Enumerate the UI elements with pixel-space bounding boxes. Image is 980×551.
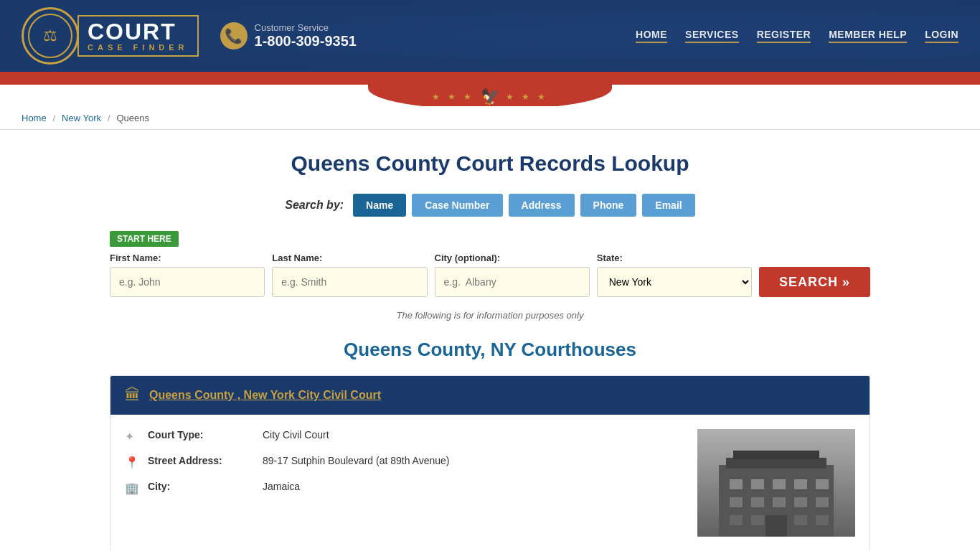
svg-rect-15	[730, 515, 743, 525]
tab-phone[interactable]: Phone	[580, 194, 637, 217]
address-icon: 📍	[125, 456, 141, 469]
tab-address[interactable]: Address	[509, 194, 575, 217]
city-value: Jamaica	[263, 481, 300, 492]
search-form-container: START HERE First Name: Last Name: City (…	[110, 231, 870, 297]
search-by-label: Search by:	[285, 199, 344, 212]
start-here-badge: START HERE	[110, 231, 179, 247]
search-form-row: First Name: Last Name: City (optional): …	[110, 253, 870, 297]
phone-icon: 📞	[220, 22, 248, 50]
cs-phone: 1-800-309-9351	[255, 33, 357, 50]
address-label: Street Address:	[148, 455, 255, 466]
breadcrumb-sep-1: /	[53, 113, 56, 123]
last-name-group: Last Name:	[272, 253, 427, 297]
court-type-label: Court Type:	[148, 429, 255, 441]
svg-rect-18	[794, 515, 807, 525]
arch-curve: ★ ★ ★ 🦅 ★ ★ ★	[368, 85, 612, 106]
svg-rect-16	[751, 515, 764, 525]
breadcrumb-county: Queens	[116, 113, 149, 123]
search-button[interactable]: SEARCH »	[759, 267, 870, 297]
first-name-input[interactable]	[110, 267, 265, 297]
arch-bar	[0, 72, 980, 85]
search-button-label: SEARCH	[779, 275, 838, 290]
stars-right: ★ ★ ★	[506, 92, 549, 102]
city-row: 🏢 City: Jamaica	[125, 481, 683, 495]
logo[interactable]: ⚖ COURT CASE FINDER	[22, 7, 199, 65]
site-header: ⚖ COURT CASE FINDER 📞 Customer Service 1…	[0, 0, 980, 72]
svg-rect-14	[816, 497, 829, 507]
logo-case-finder-text: CASE FINDER	[88, 43, 189, 52]
court-type-row: ✦ Court Type: City Civil Court	[125, 429, 683, 443]
svg-rect-8	[794, 479, 807, 489]
logo-text: COURT CASE FINDER	[77, 15, 199, 57]
state-group: State: New York	[597, 253, 752, 297]
state-label: State:	[597, 253, 752, 263]
breadcrumb-state[interactable]: New York	[62, 113, 101, 123]
nav-member-help[interactable]: MEMBER HELP	[829, 29, 907, 43]
info-note: The following is for information purpose…	[110, 310, 870, 321]
svg-rect-19	[816, 515, 829, 525]
customer-service: 📞 Customer Service 1-800-309-9351	[220, 22, 357, 50]
breadcrumb: Home / New York / Queens	[0, 106, 980, 130]
last-name-label: Last Name:	[272, 253, 427, 263]
nav-register[interactable]: REGISTER	[757, 29, 811, 43]
courthouse-details: ✦ Court Type: City Civil Court 📍 Street …	[125, 429, 683, 537]
eagle-icon: 🦅	[481, 88, 500, 106]
logo-icon: ⚖	[28, 14, 72, 58]
main-nav: HOME SERVICES REGISTER MEMBER HELP LOGIN	[636, 29, 958, 43]
cs-label: Customer Service	[255, 22, 357, 33]
cs-info: Customer Service 1-800-309-9351	[255, 22, 357, 50]
svg-rect-13	[794, 497, 807, 507]
stars-left: ★ ★ ★	[432, 92, 475, 102]
courthouse-card: 🏛 Queens County , New York City Civil Co…	[110, 375, 870, 551]
logo-badge: ⚖	[22, 7, 79, 65]
city-group: City (optional):	[435, 253, 590, 297]
logo-court-text: COURT	[88, 20, 189, 43]
svg-rect-6	[751, 479, 764, 489]
svg-rect-9	[816, 479, 829, 489]
nav-login[interactable]: LOGIN	[925, 29, 958, 43]
svg-rect-12	[773, 497, 786, 507]
nav-services[interactable]: SERVICES	[685, 29, 739, 43]
breadcrumb-home[interactable]: Home	[22, 113, 47, 123]
city-icon: 🏢	[125, 481, 141, 495]
svg-rect-11	[751, 497, 764, 507]
main-content: Queens County Court Records Lookup Searc…	[95, 130, 885, 551]
courthouse-name-link[interactable]: Queens County , New York City Civil Cour…	[149, 389, 381, 402]
address-row: 📍 Street Address: 89-17 Sutphin Boulevar…	[125, 455, 683, 469]
breadcrumb-sep-2: /	[108, 113, 110, 123]
eagle-stars: ★ ★ ★ 🦅 ★ ★ ★	[432, 88, 548, 106]
first-name-label: First Name:	[110, 253, 265, 263]
tab-email[interactable]: Email	[642, 194, 694, 217]
arch-white: ★ ★ ★ 🦅 ★ ★ ★	[0, 85, 980, 106]
courthouses-title: Queens County, NY Courthouses	[110, 339, 870, 361]
court-type-value: City Civil Court	[263, 429, 329, 441]
address-value: 89-17 Sutphin Boulevard (at 89th Avenue)	[263, 455, 449, 466]
svg-rect-10	[730, 497, 743, 507]
search-chevron-icon: »	[842, 275, 850, 290]
search-by-row: Search by: Name Case Number Address Phon…	[110, 194, 870, 217]
courthouse-icon: 🏛	[125, 386, 141, 405]
city-label: City (optional):	[435, 253, 590, 263]
city-input[interactable]	[435, 267, 590, 297]
svg-rect-4	[733, 451, 819, 459]
tab-name[interactable]: Name	[353, 194, 406, 217]
scales-icon: ⚖	[43, 27, 57, 45]
tab-case-number[interactable]: Case Number	[412, 194, 502, 217]
svg-rect-7	[773, 479, 786, 489]
type-icon: ✦	[125, 430, 141, 443]
svg-rect-5	[730, 479, 743, 489]
building-svg	[697, 429, 855, 537]
city-label-detail: City:	[148, 481, 255, 492]
nav-home[interactable]: HOME	[636, 29, 667, 43]
first-name-group: First Name:	[110, 253, 265, 297]
last-name-input[interactable]	[272, 267, 427, 297]
svg-rect-20	[765, 515, 787, 537]
courthouse-header: 🏛 Queens County , New York City Civil Co…	[110, 376, 870, 415]
courthouse-body: ✦ Court Type: City Civil Court 📍 Street …	[110, 415, 870, 551]
page-title: Queens County Court Records Lookup	[110, 151, 870, 176]
state-select[interactable]: New York	[597, 267, 752, 297]
courthouse-image	[697, 429, 855, 537]
svg-rect-3	[726, 458, 826, 468]
